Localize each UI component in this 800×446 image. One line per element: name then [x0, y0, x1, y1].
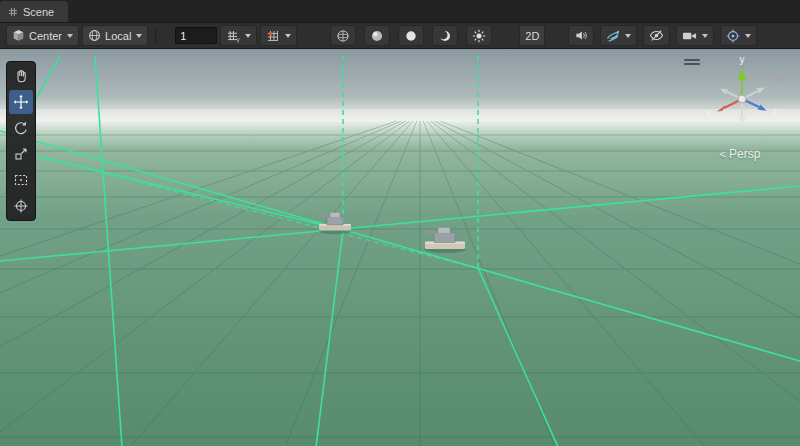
chevron-down-icon [745, 34, 751, 38]
gizmo-lock-icon[interactable] [773, 69, 784, 82]
gizmo-label-x: x [707, 107, 712, 118]
cube-icon [12, 29, 25, 42]
orientation-gizmo[interactable]: y x z [696, 51, 788, 147]
mode-2d-toggle[interactable]: 2D [519, 25, 545, 46]
fx-toggle[interactable] [466, 25, 492, 46]
tab-bar: Scene [0, 0, 800, 23]
chevron-down-icon [136, 34, 142, 38]
overlay-drag-handle[interactable] [684, 57, 700, 67]
camera-icon [682, 30, 697, 42]
gizmos-target-icon [726, 29, 740, 43]
scale-icon [13, 146, 29, 162]
sky-and-ground [0, 49, 800, 446]
rect-tool-icon [13, 172, 29, 188]
shading-wireframe-toggle[interactable] [330, 25, 356, 46]
gizmo-axis-neg-x-cone [757, 87, 765, 93]
gizmo-axis-x-cone [717, 105, 726, 111]
rotate-icon [13, 120, 29, 136]
orientation-dropdown[interactable]: Local [82, 25, 148, 46]
toolbar-separator [155, 28, 156, 44]
snap-group: y [175, 25, 297, 46]
wire-sphere-icon [336, 29, 350, 43]
shading-shaded-toggle[interactable] [364, 25, 390, 46]
projection-toggle[interactable]: <Persp [694, 147, 786, 161]
audio-toggle[interactable] [568, 25, 594, 46]
effects-swoosh-icon [606, 29, 620, 43]
tool-transform[interactable] [9, 194, 33, 218]
chevron-down-icon [67, 34, 73, 38]
tools-palette [6, 61, 36, 221]
pivot-mode-label: Center [29, 30, 62, 42]
globe-icon [88, 29, 101, 42]
tool-rect[interactable] [9, 168, 33, 192]
chevron-down-icon [625, 34, 631, 38]
shaded-sphere-icon [370, 29, 384, 43]
moon-icon [438, 29, 452, 43]
gizmo-axis-neg-z-cone [720, 89, 728, 95]
tab-title: Scene [23, 6, 54, 18]
tool-scale[interactable] [9, 142, 33, 166]
snap-increment-input[interactable] [175, 27, 217, 44]
gizmos-dropdown[interactable] [720, 25, 757, 46]
grid-tab-icon [8, 7, 18, 17]
unity-scene-window: Scene Center Local y [0, 0, 800, 446]
scene-toolbar: Center Local y [0, 23, 800, 49]
projection-label: Persp [729, 147, 760, 161]
move-icon [13, 94, 29, 110]
snap-settings-dropdown[interactable] [260, 25, 297, 46]
chevron-down-icon [245, 34, 251, 38]
transform-icon [13, 198, 29, 214]
camera-dropdown[interactable] [676, 25, 714, 46]
scene-lighting-toggle[interactable] [398, 25, 424, 46]
draw-mode-toggles [330, 25, 492, 46]
sun-icon [472, 29, 486, 43]
light-circle-icon [404, 29, 418, 43]
gizmo-label-y: y [740, 54, 745, 65]
svg-text:y: y [237, 36, 240, 43]
gizmo-axis-y-cone [737, 68, 747, 80]
grid-icon: y [226, 29, 240, 43]
chevron-left-icon: < [720, 148, 726, 160]
hand-icon [13, 68, 29, 84]
pivot-mode-dropdown[interactable]: Center [6, 25, 79, 46]
tool-hand[interactable] [9, 64, 33, 88]
scene-visibility-toggle[interactable] [643, 25, 670, 46]
gizmo-axis-neg-y-cone [738, 116, 746, 125]
chevron-down-icon [285, 34, 291, 38]
scene-canvas[interactable] [0, 49, 800, 446]
eye-slash-icon [649, 29, 664, 42]
speaker-icon [574, 29, 588, 42]
effects-dropdown[interactable] [600, 25, 637, 46]
grid-visibility-dropdown[interactable]: y [220, 25, 257, 46]
tool-rotate[interactable] [9, 116, 33, 140]
view-options-group [568, 25, 757, 46]
orientation-label: Local [105, 30, 131, 42]
snap-grid-icon [266, 29, 280, 43]
gizmo-axis-z-cone [758, 104, 767, 110]
tab-scene[interactable]: Scene [0, 1, 68, 22]
tool-move[interactable] [9, 90, 33, 114]
gizmo-label-z: z [773, 106, 778, 117]
skybox-toggle[interactable] [432, 25, 458, 46]
scene-viewport[interactable]: y x z <Persp [0, 49, 800, 446]
mode-2d-label: 2D [525, 30, 539, 42]
chevron-down-icon [702, 34, 708, 38]
